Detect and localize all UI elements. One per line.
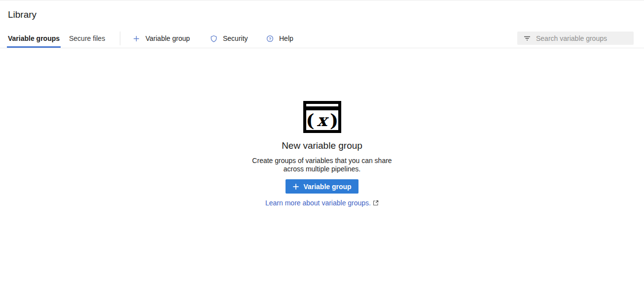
external-link-icon xyxy=(373,200,379,206)
tab-bar: Variable groups Secure files Variable gr… xyxy=(0,29,644,48)
search-box[interactable] xyxy=(517,32,634,45)
toolbar-variable-group-button[interactable]: Variable group xyxy=(133,29,190,48)
tab-secure-files[interactable]: Secure files xyxy=(69,29,105,48)
learn-more-link[interactable]: Learn more about variable groups. xyxy=(265,199,379,207)
tab-secure-files-label: Secure files xyxy=(69,34,105,42)
tab-variable-groups-label: Variable groups xyxy=(8,34,60,42)
icon-glyph-open-paren: ( xyxy=(306,110,314,131)
active-tab-underline xyxy=(7,46,61,48)
variable-groups-empty-state: ( x ) New variable group Create groups o… xyxy=(0,101,644,207)
toolbar-help-label: Help xyxy=(279,34,293,42)
new-variable-group-button[interactable]: Variable group xyxy=(286,179,358,194)
plus-icon xyxy=(292,183,299,190)
filter-icon xyxy=(523,34,531,42)
toolbar-variable-group-label: Variable group xyxy=(145,34,190,42)
toolbar-help-button[interactable]: ? Help xyxy=(266,29,293,48)
variable-group-window-icon: ( x ) xyxy=(303,101,341,133)
tab-variable-groups[interactable]: Variable groups xyxy=(7,29,61,48)
empty-state-title: New variable group xyxy=(282,140,362,151)
description-line-1: Create groups of variables that you can … xyxy=(252,157,392,165)
description-line-2: across multiple pipelines. xyxy=(252,165,392,173)
search-input[interactable] xyxy=(536,32,634,45)
toolbar-security-label: Security xyxy=(223,34,248,42)
icon-glyph-x: x xyxy=(317,110,329,130)
help-circle-icon: ? xyxy=(266,35,274,42)
toolbar-divider xyxy=(120,32,120,45)
empty-state-description: Create groups of variables that you can … xyxy=(252,157,392,173)
svg-text:?: ? xyxy=(269,36,271,41)
shield-icon xyxy=(210,35,217,42)
new-variable-group-button-label: Variable group xyxy=(303,183,351,191)
page-title: Library xyxy=(8,9,36,20)
toolbar-security-button[interactable]: Security xyxy=(210,29,248,48)
icon-glyph-close-paren: ) xyxy=(329,110,338,131)
plus-icon xyxy=(133,35,140,42)
learn-more-link-label: Learn more about variable groups. xyxy=(265,199,371,207)
